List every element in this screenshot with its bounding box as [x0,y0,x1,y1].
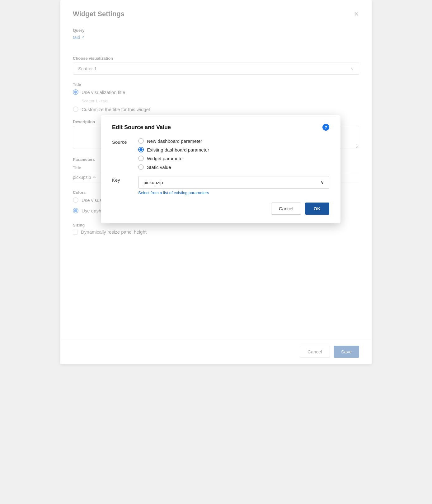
modal-source-radio-new-circle [138,138,144,144]
title-radio-use-viz-circle [73,89,78,95]
panel-header: Widget Settings ✕ [73,10,359,18]
title-option-customize-label: Customize the title for this widget [82,107,150,112]
modal-source-radio-static-circle [138,164,144,170]
sizing-checkbox-label[interactable]: Dynamically resize panel height [73,229,359,235]
modal-source-option-static[interactable]: Static value [138,164,209,170]
panel-footer: Cancel Save [60,339,372,364]
modal-key-label: Key [112,176,129,183]
modal-source-option-widget[interactable]: Widget parameter [138,156,209,161]
sizing-label: Sizing [73,223,359,227]
widget-settings-panel: Widget Settings ✕ Query taxi ↗ Choose vi… [60,0,372,364]
title-radio-customize-circle [73,106,78,112]
modal-source-option-new[interactable]: New dashboard parameter [138,138,209,144]
modal-cancel-button[interactable]: Cancel [271,203,301,215]
colors-option-dash-label: Use dash [82,208,101,213]
sizing-section: Sizing Dynamically resize panel height [73,223,359,235]
save-button[interactable]: Save [334,346,359,358]
modal-key-hint: Select from a list of existing parameter… [138,190,329,195]
visualization-section: Choose visualization Scatter 1 ∨ [73,56,359,75]
panel-title: Widget Settings [73,10,124,18]
visualization-selected-value: Scatter 1 [78,66,97,71]
query-link[interactable]: taxi ↗ [73,35,84,40]
visualization-label: Choose visualization [73,56,359,61]
title-option-customize[interactable]: Customize the title for this widget [73,106,359,112]
modal-source-option-widget-label: Widget parameter [147,156,184,161]
modal-source-option-existing[interactable]: Existing dashboard parameter [138,147,209,152]
modal-source-option-new-label: New dashboard parameter [147,138,202,144]
modal-header: Edit Source and Value ? [112,124,329,131]
colors-radio-dash-circle [73,208,78,213]
query-section: Query taxi ↗ [73,28,359,49]
cancel-button[interactable]: Cancel [300,346,330,358]
modal-key-section: pickupzip ∨ Select from a list of existi… [138,176,329,195]
close-icon[interactable]: ✕ [354,11,359,17]
visualization-select[interactable]: Scatter 1 ∨ [73,63,359,75]
sizing-checkbox-box[interactable] [73,230,78,235]
title-label: Title [73,82,359,87]
colors-option-visual-label: Use visual [82,198,103,203]
query-label: Query [73,28,359,33]
title-sublabel: Scatter 1 - taxi [82,99,359,103]
param-title-value: pickupzip [73,175,91,180]
modal-key-select[interactable]: pickupzip ∨ [138,176,329,189]
modal-title: Edit Source and Value [112,124,171,131]
title-option-use-viz[interactable]: Use visualization title [73,89,359,95]
modal-source-radio-existing-circle [138,147,144,152]
modal-source-label: Source [112,138,129,145]
visualization-chevron-icon: ∨ [351,66,354,71]
help-icon[interactable]: ? [322,124,329,131]
title-option-use-viz-label: Use visualization title [82,90,125,95]
modal-footer: Cancel OK [112,203,329,215]
query-link-text: taxi [73,35,80,40]
sizing-checkbox-text: Dynamically resize panel height [81,229,147,235]
external-link-icon: ↗ [81,35,84,40]
param-edit-icon[interactable]: ✏ [93,175,96,180]
title-section: Title Use visualization title Scatter 1 … [73,82,359,112]
modal-key-value: pickupzip [143,180,163,185]
edit-source-modal: Edit Source and Value ? Source New dashb… [101,115,340,223]
title-radio-group: Use visualization title Scatter 1 - taxi… [73,89,359,112]
colors-radio-visual-circle [73,197,78,203]
modal-source-row: Source New dashboard parameter Existing … [112,138,329,170]
modal-key-row: Key pickupzip ∨ Select from a list of ex… [112,176,329,195]
modal-source-radio-widget-circle [138,156,144,161]
modal-ok-button[interactable]: OK [305,203,330,215]
modal-source-option-existing-label: Existing dashboard parameter [147,147,209,152]
modal-key-chevron-icon: ∨ [321,180,324,185]
modal-source-option-static-label: Static value [147,165,171,170]
modal-source-radio-group: New dashboard parameter Existing dashboa… [138,138,209,170]
